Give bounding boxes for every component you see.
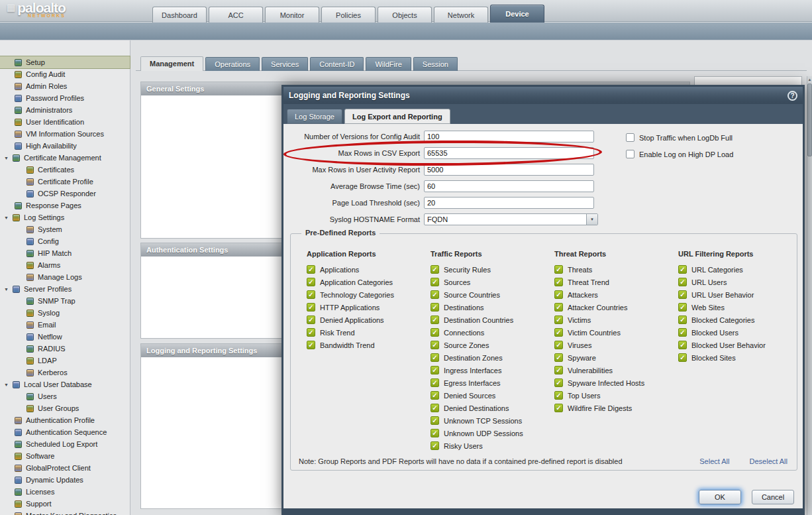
sidebar-item-certificate-profile[interactable]: Certificate Profile — [0, 176, 130, 188]
sidebar-item-high-availability[interactable]: High Availability — [0, 140, 130, 152]
chevron-down-icon[interactable]: ▼ — [586, 214, 597, 225]
checkbox-checked-icon[interactable]: ✓ — [554, 290, 563, 299]
checkbox-checked-icon[interactable]: ✓ — [678, 341, 687, 349]
input-average-browse-time-sec[interactable] — [424, 180, 594, 192]
report-item-application-categories[interactable]: ✓Application Categories — [307, 276, 431, 288]
checkbox-checked-icon[interactable]: ✓ — [554, 391, 563, 400]
tab-wildfire[interactable]: WildFire — [366, 57, 411, 71]
checkbox-checked-icon[interactable]: ✓ — [554, 353, 563, 362]
sidebar-item-globalprotect-client[interactable]: GlobalProtect Client — [0, 462, 130, 474]
select-syslog-hostname-format[interactable]: FQDN▼ — [424, 213, 598, 225]
checkbox-checked-icon[interactable]: ✓ — [554, 303, 563, 312]
sidebar-item-local-user-database[interactable]: ▼Local User Database — [0, 378, 130, 390]
expand-arrow-icon[interactable]: ▼ — [4, 156, 13, 160]
report-item-url-categories[interactable]: ✓URL Categories — [678, 263, 802, 276]
checkbox-checked-icon[interactable]: ✓ — [554, 378, 563, 387]
sidebar-item-support[interactable]: Support — [0, 498, 130, 510]
sidebar-item-setup[interactable]: Setup — [0, 56, 130, 68]
checkbox-checked-icon[interactable]: ✓ — [307, 265, 315, 274]
report-item-blocked-users[interactable]: ✓Blocked Users — [678, 326, 802, 339]
checkbox-checked-icon[interactable]: ✓ — [307, 278, 315, 286]
input-page-load-threshold-sec[interactable] — [424, 197, 594, 209]
report-item-denied-applications[interactable]: ✓Denied Applications — [307, 314, 431, 326]
checkbox-checked-icon[interactable]: ✓ — [554, 265, 563, 274]
report-item-attacker-countries[interactable]: ✓Attacker Countries — [554, 301, 678, 314]
checkbox-checked-icon[interactable]: ✓ — [678, 315, 687, 324]
report-item-sources[interactable]: ✓Sources — [431, 276, 554, 288]
report-item-technology-categories[interactable]: ✓Technology Categories — [307, 288, 431, 301]
checkbox-checked-icon[interactable]: ✓ — [554, 278, 563, 286]
report-item-unknown-tcp-sessions[interactable]: ✓Unknown TCP Sessions — [431, 414, 554, 427]
checkbox-checked-icon[interactable]: ✓ — [431, 328, 439, 337]
sidebar-item-administrators[interactable]: Administrators — [0, 104, 130, 116]
sidebar-item-vm-information-sources[interactable]: VM Information Sources — [0, 128, 130, 140]
sidebar-item-certificate-management[interactable]: ▼Certificate Management — [0, 152, 130, 164]
checkbox-checked-icon[interactable]: ✓ — [678, 265, 687, 274]
checkbox-unchecked-icon[interactable] — [626, 133, 634, 142]
report-item-blocked-user-behavior[interactable]: ✓Blocked User Behavior — [678, 339, 802, 351]
sidebar-item-server-profiles[interactable]: ▼Server Profiles — [0, 283, 130, 295]
checkbox-checked-icon[interactable]: ✓ — [678, 290, 687, 299]
checkbox-checked-icon[interactable]: ✓ — [431, 441, 439, 450]
cancel-button[interactable]: Cancel — [752, 490, 794, 504]
checkbox-checked-icon[interactable]: ✓ — [431, 278, 439, 286]
expand-arrow-icon[interactable]: ▼ — [4, 287, 13, 292]
sidebar-item-scheduled-log-export[interactable]: Scheduled Log Export — [0, 438, 130, 450]
sidebar-item-email[interactable]: Email — [0, 319, 130, 331]
scrollbar-thumb[interactable] — [807, 84, 812, 156]
sidebar-item-ocsp-responder[interactable]: OCSP Responder — [0, 188, 130, 200]
sidebar-item-radius[interactable]: RADIUS — [0, 343, 130, 355]
checkbox-checked-icon[interactable]: ✓ — [307, 303, 315, 312]
checkbox-checked-icon[interactable]: ✓ — [307, 315, 315, 324]
report-item-unknown-udp-sessions[interactable]: ✓Unknown UDP Sessions — [431, 427, 554, 439]
top-tab-acc[interactable]: ACC — [209, 7, 263, 23]
input-max-rows-in-user-activity-report[interactable] — [424, 164, 594, 176]
sidebar-item-licenses[interactable]: Licenses — [0, 486, 130, 498]
checkbox-checked-icon[interactable]: ✓ — [431, 404, 439, 412]
checkbox-checked-icon[interactable]: ✓ — [678, 278, 687, 286]
sidebar-item-users[interactable]: Users — [0, 390, 130, 402]
top-tab-network[interactable]: Network — [434, 7, 488, 23]
report-item-source-countries[interactable]: ✓Source Countries — [431, 288, 554, 301]
sidebar-item-software[interactable]: Software — [0, 450, 130, 462]
report-item-destination-countries[interactable]: ✓Destination Countries — [431, 314, 554, 326]
report-item-victims[interactable]: ✓Victims — [554, 314, 678, 326]
checkbox-checked-icon[interactable]: ✓ — [307, 341, 315, 349]
input-number-of-versions-for-config-audit[interactable] — [424, 131, 594, 143]
checkbox-checked-icon[interactable]: ✓ — [678, 353, 687, 362]
sidebar-item-manage-logs[interactable]: Manage Logs — [0, 271, 130, 283]
sidebar-item-hip-match[interactable]: HIP Match — [0, 247, 130, 259]
report-item-url-user-behavior[interactable]: ✓URL User Behavior — [678, 288, 802, 301]
sidebar-item-system[interactable]: System — [0, 223, 130, 235]
sidebar-item-user-groups[interactable]: User Groups — [0, 402, 130, 414]
vertical-scrollbar[interactable]: ▲ — [807, 76, 812, 515]
tab-operations[interactable]: Operations — [205, 57, 260, 71]
report-item-viruses[interactable]: ✓Viruses — [554, 339, 678, 351]
report-item-destination-zones[interactable]: ✓Destination Zones — [431, 351, 554, 364]
sidebar-item-syslog[interactable]: Syslog — [0, 307, 130, 319]
top-tab-dashboard[interactable]: Dashboard — [152, 7, 207, 23]
report-item-wildfire-file-digests[interactable]: ✓Wildfire File Digests — [554, 402, 678, 414]
report-item-spyware[interactable]: ✓Spyware — [554, 351, 678, 364]
report-item-bandwidth-trend[interactable]: ✓Bandwidth Trend — [307, 339, 431, 351]
sidebar-item-authentication-profile[interactable]: Authentication Profile — [0, 414, 130, 426]
checkbox-checked-icon[interactable]: ✓ — [431, 353, 439, 362]
report-item-egress-interfaces[interactable]: ✓Egress Interfaces — [431, 376, 554, 389]
sidebar-item-snmp-trap[interactable]: SNMP Trap — [0, 295, 130, 307]
sidebar-item-ldap[interactable]: LDAP — [0, 355, 130, 367]
dialog-tab-log-storage[interactable]: Log Storage — [287, 109, 342, 124]
tab-management[interactable]: Management — [140, 56, 203, 71]
input-max-rows-in-csv-export[interactable] — [424, 147, 594, 159]
checkbox-checked-icon[interactable]: ✓ — [431, 391, 439, 400]
report-item-threat-trend[interactable]: ✓Threat Trend — [554, 276, 678, 288]
checkbox-checked-icon[interactable]: ✓ — [431, 416, 439, 425]
report-item-destinations[interactable]: ✓Destinations — [431, 301, 554, 314]
sidebar-item-config-audit[interactable]: Config Audit — [0, 68, 130, 80]
help-icon[interactable]: ? — [787, 91, 797, 101]
report-item-source-zones[interactable]: ✓Source Zones — [431, 339, 554, 351]
sidebar-item-alarms[interactable]: Alarms — [0, 259, 130, 271]
sidebar-item-kerberos[interactable]: Kerberos — [0, 367, 130, 378]
report-item-top-users[interactable]: ✓Top Users — [554, 389, 678, 402]
ok-button[interactable]: OK — [699, 490, 741, 504]
checkbox-checked-icon[interactable]: ✓ — [307, 328, 315, 337]
